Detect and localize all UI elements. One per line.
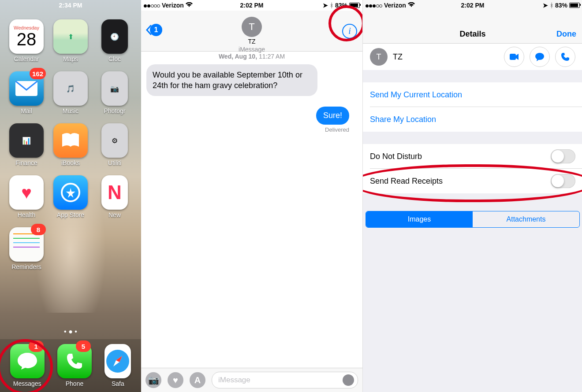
app-maps[interactable]: ⬆︎Maps <box>50 19 91 63</box>
contact-avatar: T <box>370 48 388 66</box>
compose-bar: 📷 ♥︎ A iMessage <box>141 368 362 392</box>
app-photography[interactable]: 📷Photogr <box>94 71 135 115</box>
app-calendar[interactable]: Wednesday28 Calendar <box>6 19 47 63</box>
dock: 1 Messages 5 Phone Safa <box>0 339 141 392</box>
camera-icon[interactable]: 📷 <box>146 372 161 388</box>
call-button[interactable] <box>555 47 575 67</box>
details-title: Details <box>459 30 485 39</box>
segment-attachments[interactable]: Attachments <box>473 211 579 227</box>
details-pane: Verizon 2:02 PM ➤ ᚼ 83% Details Done T T… <box>363 0 582 392</box>
message-input[interactable]: iMessage <box>212 372 358 388</box>
do-not-disturb-toggle[interactable] <box>551 149 575 163</box>
status-bar: Verizon 2:02 PM ➤ ᚼ 83% <box>363 0 582 11</box>
app-health[interactable]: ♥︎Health <box>6 175 47 218</box>
send-current-location-button[interactable]: Send My Current Location <box>363 82 582 107</box>
dock-phone[interactable]: 5 Phone <box>57 344 92 387</box>
bluetooth-icon: ᚼ <box>550 2 553 9</box>
imessage-pane: Verizon 2:02 PM ➤ ᚼ 83% 1 T TZ i iMessag… <box>141 0 363 392</box>
status-time: 2:02 PM <box>363 2 582 9</box>
contact-avatar[interactable]: T <box>242 17 262 37</box>
apps-icon[interactable]: A <box>190 372 205 388</box>
microphone-icon[interactable] <box>343 374 354 386</box>
app-music[interactable]: 🎵Music <box>50 71 91 115</box>
digital-touch-icon[interactable]: ♥︎ <box>168 372 183 388</box>
done-button[interactable]: Done <box>556 30 576 39</box>
svg-rect-3 <box>510 54 516 60</box>
details-header: Details Done <box>363 11 582 44</box>
app-appstore[interactable]: App Store <box>50 175 91 218</box>
status-time: 2:02 PM <box>141 2 362 9</box>
app-clock[interactable]: 🕙Cloc <box>94 19 135 63</box>
delivered-label: Delivered <box>141 125 362 133</box>
badge: 5 <box>76 340 91 352</box>
battery-icon <box>349 3 360 8</box>
facetime-button[interactable] <box>504 47 524 67</box>
badge: 1 <box>29 340 44 352</box>
segment-images[interactable]: Images <box>366 211 473 227</box>
contact-name: TZ <box>393 52 403 62</box>
bluetooth-icon: ᚼ <box>330 2 333 9</box>
input-placeholder: iMessage <box>218 376 250 385</box>
home-screen-pane: Verizon 2:34 PM Wednesday28 Calendar ⬆︎M… <box>0 0 141 392</box>
unread-badge: 1 <box>150 24 162 36</box>
app-finance[interactable]: 📊Finance <box>6 123 47 166</box>
app-ibooks[interactable]: iBooks <box>50 123 91 166</box>
app-mail[interactable]: 162 Mail <box>6 71 47 115</box>
page-indicator: • ● • <box>0 328 141 336</box>
message-button[interactable] <box>530 47 550 67</box>
info-button[interactable]: i <box>342 24 357 39</box>
dock-messages[interactable]: 1 Messages <box>10 344 45 387</box>
app-reminders[interactable]: 8 Reminders <box>6 227 47 270</box>
svg-point-4 <box>535 53 544 60</box>
app-news[interactable]: NNew <box>94 175 135 218</box>
send-read-receipts-row: Send Read Receipts <box>363 169 582 193</box>
status-time: 2:34 PM <box>0 2 141 9</box>
dock-safari[interactable]: Safa <box>104 344 131 387</box>
attachments-segmented-control[interactable]: Images Attachments <box>366 211 580 228</box>
send-read-receipts-toggle[interactable] <box>551 174 575 188</box>
back-button[interactable]: 1 <box>146 24 162 36</box>
incoming-message-bubble[interactable]: Would you be available September 10th or… <box>146 64 317 96</box>
battery-icon <box>569 3 580 8</box>
status-bar: Verizon 2:02 PM ➤ ᚼ 83% <box>141 0 362 11</box>
share-my-location-button[interactable]: Share My Location <box>363 107 582 132</box>
thread-timestamp: iMessage Wed, Aug 10, 11:27 AM <box>141 46 362 60</box>
contact-row[interactable]: T TZ <box>363 44 582 70</box>
badge: 8 <box>31 224 46 235</box>
do-not-disturb-row: Do Not Disturb <box>363 144 582 169</box>
app-utilities[interactable]: ⚙︎Utiliti <box>94 123 135 166</box>
outgoing-message-bubble[interactable]: Sure! <box>316 107 349 125</box>
badge: 162 <box>30 68 46 79</box>
